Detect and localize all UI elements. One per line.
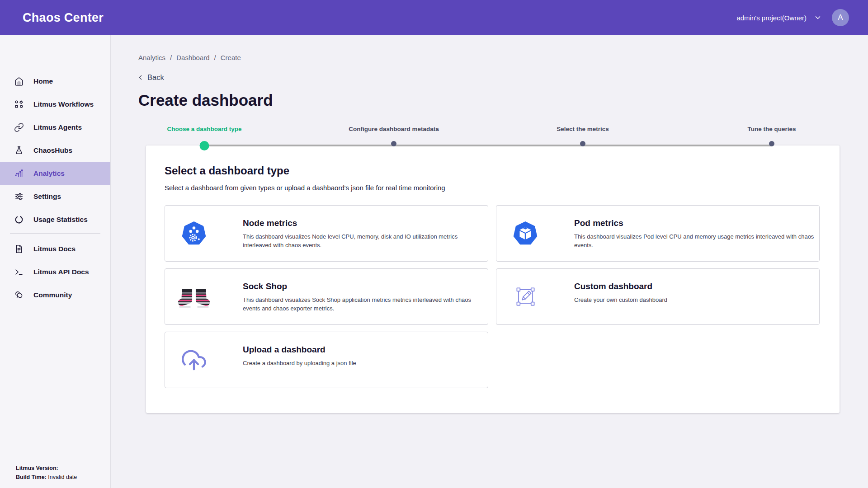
step-dot-2 — [391, 141, 396, 146]
top-bar: Chaos Center admin's project(Owner) A — [0, 0, 868, 35]
usage-circle-icon — [14, 215, 24, 225]
card-description: This dashboard visualizes Pod level CPU … — [574, 233, 819, 250]
breadcrumb-create[interactable]: Create — [221, 54, 241, 61]
node-metrics-icon — [176, 206, 212, 261]
sidebar-item-analytics[interactable]: Analytics — [0, 162, 110, 185]
card-text: Upload a dashboard Create a dashboard by… — [243, 332, 488, 388]
step-dot-1 — [200, 141, 209, 150]
step-label-3: Select the metrics — [557, 126, 609, 132]
header-right: admin's project(Owner) A — [736, 9, 849, 26]
card-text: Pod metrics This dashboard visualizes Po… — [574, 206, 819, 261]
sidebar: Home Litmus Workflows Litmus Agents Chao… — [0, 35, 111, 488]
card-text: Node metrics This dashboard visualizes N… — [243, 206, 488, 261]
terminal-icon — [14, 267, 24, 277]
pod-metrics-icon — [507, 206, 543, 261]
breadcrumb-analytics[interactable]: Analytics — [138, 54, 165, 61]
card-custom-dashboard[interactable]: Custom dashboard Create your own custom … — [496, 268, 820, 325]
card-description: This dashboard visualizes Sock Shop appl… — [243, 296, 488, 313]
step-label-2: Configure dashboard metadata — [349, 126, 439, 132]
sidebar-item-label: ChaosHubs — [33, 146, 72, 155]
page-title: Create dashboard — [138, 91, 273, 109]
sidebar-item-usage-statistics[interactable]: Usage Statistics — [0, 208, 110, 231]
custom-dashboard-icon — [507, 269, 543, 324]
sidebar-item-label: Usage Statistics — [33, 216, 88, 224]
project-selector[interactable]: admin's project(Owner) — [736, 14, 822, 22]
breadcrumb-dashboard[interactable]: Dashboard — [176, 54, 209, 61]
sidebar-item-settings[interactable]: Settings — [0, 185, 110, 208]
sock-shop-icon — [176, 269, 212, 324]
sidebar-item-label: Litmus Workflows — [33, 100, 94, 108]
panel-subheading: Select a dashboard from given types or u… — [165, 184, 820, 192]
step-label-4: Tune the queries — [747, 126, 796, 132]
back-button[interactable]: Back — [137, 73, 164, 82]
card-description: This dashboard visualizes Node level CPU… — [243, 233, 488, 250]
stepper-line — [204, 145, 772, 146]
sidebar-item-litmus-api-docs[interactable]: Litmus API Docs — [0, 260, 110, 283]
sidebar-item-label: Community — [33, 291, 72, 299]
card-sock-shop[interactable]: Sock Shop This dashboard visualizes Sock… — [165, 268, 488, 325]
build-time-value: Invalid date — [48, 474, 77, 480]
breadcrumb-separator: / — [170, 54, 172, 61]
build-time-label: Build Time: — [16, 474, 47, 480]
back-label: Back — [147, 73, 164, 82]
sidebar-divider — [10, 233, 100, 234]
card-description: Create your own custom dashboard — [574, 296, 819, 305]
card-title: Custom dashboard — [574, 282, 819, 291]
avatar-letter: A — [838, 13, 843, 22]
chevron-left-icon — [137, 74, 144, 81]
sliders-icon — [14, 192, 24, 202]
card-description: Create a dashboard by uploading a json f… — [243, 359, 488, 368]
breadcrumb-separator: / — [214, 54, 216, 61]
sidebar-item-label: Analytics — [33, 169, 65, 178]
community-bubbles-icon — [14, 290, 24, 300]
sidebar-item-home[interactable]: Home — [0, 70, 110, 93]
sidebar-item-label: Litmus API Docs — [33, 268, 89, 276]
bar-chart-icon — [14, 169, 24, 178]
card-node-metrics[interactable]: Node metrics This dashboard visualizes N… — [165, 205, 488, 262]
sidebar-item-label: Home — [33, 77, 53, 85]
flask-icon — [14, 145, 24, 155]
sidebar-item-label: Litmus Agents — [33, 123, 82, 131]
upload-cloud-icon — [176, 332, 212, 388]
sidebar-item-litmus-workflows[interactable]: Litmus Workflows — [0, 93, 110, 116]
app-title: Chaos Center — [23, 11, 104, 25]
card-text: Custom dashboard Create your own custom … — [574, 269, 819, 324]
breadcrumb: Analytics / Dashboard / Create — [138, 54, 241, 61]
sidebar-item-community[interactable]: Community — [0, 283, 110, 306]
litmus-version-label: Litmus Version: — [16, 465, 58, 471]
sidebar-item-chaoshubs[interactable]: ChaosHubs — [0, 139, 110, 162]
dashboard-type-panel: Select a dashboard type Select a dashboa… — [146, 145, 840, 413]
card-text: Sock Shop This dashboard visualizes Sock… — [243, 269, 488, 324]
step-dot-3 — [580, 141, 585, 146]
home-icon — [14, 76, 24, 86]
sidebar-footer: Litmus Version: Build Time: Invalid date — [16, 464, 77, 482]
main-content: Analytics / Dashboard / Create Back Crea… — [111, 35, 868, 488]
sidebar-item-label: Settings — [33, 192, 61, 201]
panel-heading: Select a dashboard type — [165, 164, 820, 177]
card-title: Pod metrics — [574, 218, 819, 228]
sidebar-item-litmus-agents[interactable]: Litmus Agents — [0, 116, 110, 139]
avatar[interactable]: A — [832, 9, 849, 26]
sidebar-item-litmus-docs[interactable]: Litmus Docs — [0, 237, 110, 260]
card-pod-metrics[interactable]: Pod metrics This dashboard visualizes Po… — [496, 205, 820, 262]
card-title: Upload a dashboard — [243, 345, 488, 355]
chevron-down-icon — [814, 14, 822, 22]
card-title: Sock Shop — [243, 282, 488, 291]
card-title: Node metrics — [243, 218, 488, 228]
sidebar-item-label: Litmus Docs — [33, 245, 75, 253]
document-icon — [14, 244, 24, 254]
step-dot-4 — [769, 141, 774, 146]
agents-link-icon — [14, 122, 24, 132]
project-selector-label: admin's project(Owner) — [736, 14, 807, 22]
dashboard-type-grid: Node metrics This dashboard visualizes N… — [165, 205, 820, 388]
card-upload-dashboard[interactable]: Upload a dashboard Create a dashboard by… — [165, 332, 488, 388]
step-label-1: Choose a dashboard type — [167, 126, 241, 132]
workflows-icon — [14, 99, 24, 109]
